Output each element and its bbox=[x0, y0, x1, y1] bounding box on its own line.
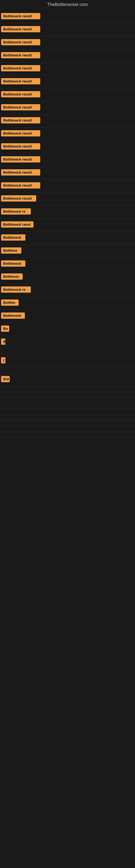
site-title-container: TheBottlenecker.com bbox=[0, 0, 135, 10]
result-row-25: Bo bbox=[0, 323, 135, 336]
result-row-23: Bottlen bbox=[0, 297, 135, 310]
result-row-5: Bottleneck result bbox=[0, 62, 135, 75]
bottleneck-badge-14[interactable]: Bottleneck result bbox=[1, 182, 40, 188]
result-row-30: Bot bbox=[0, 373, 135, 386]
bottleneck-badge-15[interactable]: Bottleneck result bbox=[1, 195, 36, 202]
result-row-18: Bottleneck bbox=[0, 231, 135, 245]
bottleneck-badge-30[interactable]: Bot bbox=[1, 376, 10, 382]
bottleneck-badge-16[interactable]: Bottleneck re bbox=[1, 208, 31, 215]
result-row-20: Bottleneck bbox=[0, 258, 135, 271]
bottleneck-badge-10[interactable]: Bottleneck result bbox=[1, 130, 40, 136]
result-row-12: Bottleneck result bbox=[0, 154, 135, 166]
result-row-19: Bottlene bbox=[0, 245, 135, 258]
bottleneck-badge-7[interactable]: Bottleneck result bbox=[1, 91, 40, 97]
bottleneck-badge-26[interactable]: B bbox=[1, 339, 5, 345]
result-row-3: Bottleneck result bbox=[0, 36, 135, 50]
result-row-1: Bottleneck result bbox=[0, 10, 135, 23]
result-row-11: Bottleneck result bbox=[0, 141, 135, 154]
result-row-6: Bottleneck result bbox=[0, 75, 135, 88]
result-row-9: Bottleneck result bbox=[0, 115, 135, 127]
bottleneck-badge-20[interactable]: Bottleneck bbox=[1, 260, 26, 267]
result-row-8: Bottleneck result bbox=[0, 101, 135, 115]
result-row-13: Bottleneck result bbox=[0, 166, 135, 180]
result-row-39 bbox=[0, 432, 135, 437]
result-row-40 bbox=[0, 437, 135, 443]
result-row-17: Bottleneck resul bbox=[0, 219, 135, 231]
result-row-34 bbox=[0, 403, 135, 409]
bottleneck-badge-17[interactable]: Bottleneck resul bbox=[1, 221, 34, 227]
result-row-35 bbox=[0, 409, 135, 415]
bottleneck-badge-28[interactable]: | bbox=[1, 357, 5, 364]
bottleneck-badge-3[interactable]: Bottleneck result bbox=[1, 39, 40, 45]
result-row-4: Bottleneck result bbox=[0, 50, 135, 62]
bottleneck-badge-6[interactable]: Bottleneck result bbox=[1, 78, 40, 84]
bottleneck-badge-9[interactable]: Bottleneck result bbox=[1, 117, 40, 123]
result-row-37 bbox=[0, 421, 135, 426]
result-row-32 bbox=[0, 392, 135, 398]
bottleneck-badge-22[interactable]: Bottleneck re bbox=[1, 286, 31, 293]
bottleneck-badge-4[interactable]: Bottleneck result bbox=[1, 52, 40, 58]
result-row-22: Bottleneck re bbox=[0, 284, 135, 297]
bottleneck-badge-13[interactable]: Bottleneck result bbox=[1, 169, 40, 176]
bottleneck-badge-25[interactable]: Bo bbox=[1, 326, 9, 332]
bottleneck-badge-24[interactable]: Bottleneck bbox=[1, 312, 25, 319]
bottleneck-badge-5[interactable]: Bottleneck result bbox=[1, 65, 40, 71]
site-title: TheBottlenecker.com bbox=[0, 0, 135, 10]
result-row-28: | bbox=[0, 354, 135, 368]
bottleneck-badge-8[interactable]: Bottleneck result bbox=[1, 104, 40, 111]
result-row-2: Bottleneck result bbox=[0, 23, 135, 36]
result-row-10: Bottleneck result bbox=[0, 127, 135, 141]
result-row-29 bbox=[0, 368, 135, 373]
bottleneck-badge-11[interactable]: Bottleneck result bbox=[1, 143, 40, 150]
bottleneck-badge-18[interactable]: Bottleneck bbox=[1, 235, 26, 241]
result-row-38 bbox=[0, 426, 135, 432]
result-row-14: Bottleneck result bbox=[0, 180, 135, 193]
result-row-31 bbox=[0, 386, 135, 392]
result-row-26: B bbox=[0, 336, 135, 349]
bottleneck-badge-12[interactable]: Bottleneck result bbox=[1, 156, 40, 162]
result-row-21: Bottlenec bbox=[0, 271, 135, 284]
bottleneck-badge-23[interactable]: Bottlen bbox=[1, 300, 18, 306]
result-row-16: Bottleneck re bbox=[0, 206, 135, 219]
result-row-15: Bottleneck result bbox=[0, 193, 135, 206]
result-row-33 bbox=[0, 398, 135, 403]
result-row-27 bbox=[0, 349, 135, 354]
bottleneck-badge-2[interactable]: Bottleneck result bbox=[1, 26, 40, 32]
results-list: Bottleneck resultBottleneck resultBottle… bbox=[0, 10, 135, 443]
result-row-24: Bottleneck bbox=[0, 310, 135, 323]
result-row-36 bbox=[0, 415, 135, 421]
bottleneck-badge-1[interactable]: Bottleneck result bbox=[1, 13, 40, 19]
result-row-7: Bottleneck result bbox=[0, 88, 135, 101]
bottleneck-badge-21[interactable]: Bottlenec bbox=[1, 273, 23, 280]
bottleneck-badge-19[interactable]: Bottlene bbox=[1, 247, 21, 254]
